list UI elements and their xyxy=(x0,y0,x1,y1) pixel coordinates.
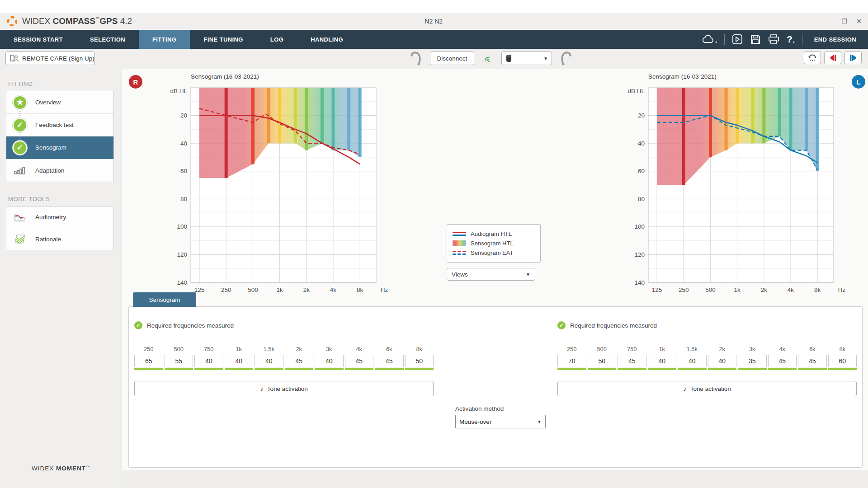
left-speaker-icon xyxy=(849,54,858,62)
step-connector xyxy=(19,111,20,116)
measured-underline xyxy=(828,368,857,370)
sensogram-chart-right[interactable]: 204060801001201401252505001k2k4k8kHzdB H… xyxy=(155,82,399,299)
svg-text:8k: 8k xyxy=(814,286,821,293)
freq-value-cell[interactable]: 45 xyxy=(345,355,374,367)
freq-header: 500 xyxy=(165,346,193,355)
print-icon[interactable] xyxy=(768,34,779,45)
main-content: R L Sensogram (16-03-2021) 2040608010012… xyxy=(122,69,868,470)
right-hearing-aid-icon xyxy=(409,51,422,66)
freq-value-cell[interactable]: 45 xyxy=(375,355,404,367)
sidebar-item-audiometry[interactable]: Audiometry xyxy=(6,206,113,228)
legend-column: Audiogram HTL Sensogram HTL Sensogram EA… xyxy=(447,224,541,281)
freq-value-cell[interactable]: 45 xyxy=(618,355,646,367)
tab-handling[interactable]: HANDLING xyxy=(297,30,357,49)
freq-header: 750 xyxy=(618,346,646,355)
activation-method-select[interactable]: Mouse-over ▼ xyxy=(455,415,546,428)
save-icon[interactable] xyxy=(750,34,761,45)
sidebar-item-feedback-test[interactable]: ✓ Feedback test xyxy=(6,114,113,136)
svg-text:80: 80 xyxy=(180,196,187,202)
freq-value-cell[interactable]: 40 xyxy=(678,355,707,367)
svg-text:250: 250 xyxy=(679,286,689,293)
measured-underline xyxy=(405,368,434,370)
freq-value-cell[interactable]: 40 xyxy=(315,355,344,367)
close-icon[interactable]: ✕ xyxy=(856,18,862,25)
required-frequencies-label: Required frequencies measured xyxy=(570,322,657,329)
freq-header: 8k xyxy=(828,346,857,355)
legend-item-audiogram-htl: Audiogram HTL xyxy=(453,229,535,239)
device-dropdown[interactable]: ▼ xyxy=(501,52,552,65)
sidebar-item-adaptation[interactable]: Adaptation xyxy=(6,159,113,182)
svg-text:20: 20 xyxy=(638,112,645,119)
sidebar-item-label: Feedback test xyxy=(35,122,74,128)
wireless-link-icon xyxy=(482,53,493,63)
required-frequencies-row: ✓ Required frequencies measured xyxy=(134,321,434,329)
restore-icon[interactable]: ❐ xyxy=(842,18,848,25)
legend-label: Audiogram HTL xyxy=(471,230,512,237)
freq-value-cell[interactable]: 35 xyxy=(738,355,767,367)
frequency-table-left: 2505007501k1.5k2k3k4k6k8k705045404040354… xyxy=(557,346,857,370)
svg-text:140: 140 xyxy=(177,279,187,286)
views-dropdown[interactable]: Views ▼ xyxy=(447,268,535,281)
undo-button[interactable] xyxy=(804,52,821,64)
dropdown-caret-icon: ▼ xyxy=(537,419,542,424)
measured-underline xyxy=(768,368,797,370)
freq-header: 6k xyxy=(375,346,404,355)
freq-value-cell[interactable]: 55 xyxy=(165,355,193,367)
sidebar: FITTING ★ Overview ✓ Feedback test ✓ Sen… xyxy=(0,69,122,488)
minimize-icon[interactable]: – xyxy=(829,18,833,25)
sidebar-item-rationale[interactable]: Rationale xyxy=(6,228,113,250)
freq-value-cell[interactable]: 70 xyxy=(557,355,586,367)
sensogram-chart-left[interactable]: 204060801001201401252505001k2k4k8kHzdB H… xyxy=(612,82,856,299)
brand-compass: COMPASS xyxy=(53,16,96,26)
help-caret-icon: ▾ xyxy=(793,40,795,44)
freq-value-cell[interactable]: 40 xyxy=(648,355,677,367)
svg-text:60: 60 xyxy=(638,168,645,174)
play-session-icon[interactable] xyxy=(732,34,743,45)
freq-header: 250 xyxy=(557,346,586,355)
help-icon[interactable]: ? ▾ xyxy=(787,34,795,44)
freq-header: 1.5k xyxy=(255,346,283,355)
freq-value-cell[interactable]: 50 xyxy=(588,355,617,367)
fitting-steps-box: ★ Overview ✓ Feedback test ✓ Sensogram xyxy=(6,91,114,182)
freq-value-cell[interactable]: 45 xyxy=(768,355,797,367)
tone-activation-button-right[interactable]: ♪ Tone activation xyxy=(134,381,434,396)
remote-care-button[interactable]: REMOTE CARE (Sign Up) xyxy=(5,52,95,65)
tab-log[interactable]: LOG xyxy=(257,30,297,49)
sidebar-item-sensogram[interactable]: ✓ Sensogram xyxy=(6,136,113,159)
freq-value-cell[interactable]: 40 xyxy=(255,355,283,367)
activation-method-value: Mouse-over xyxy=(459,418,491,425)
tone-activation-button-left[interactable]: ♪ Tone activation xyxy=(557,381,857,396)
svg-text:125: 125 xyxy=(652,286,662,293)
svg-text:120: 120 xyxy=(634,251,645,258)
freq-value-cell[interactable]: 40 xyxy=(708,355,737,367)
freq-value-cell[interactable]: 50 xyxy=(405,355,434,367)
mute-left-button[interactable] xyxy=(844,52,862,64)
freq-value-cell[interactable]: 65 xyxy=(134,355,163,367)
svg-text:2k: 2k xyxy=(303,286,310,293)
required-frequencies-label: Required frequencies measured xyxy=(147,322,234,329)
sidebar-item-overview[interactable]: ★ Overview xyxy=(6,91,113,114)
tab-fine-tuning[interactable]: FINE TUNING xyxy=(190,30,256,49)
freq-value-cell[interactable]: 60 xyxy=(828,355,857,367)
freq-value-cell[interactable]: 40 xyxy=(225,355,254,367)
nav-separator xyxy=(724,34,725,45)
freq-value-cell[interactable]: 45 xyxy=(285,355,314,367)
end-session-button[interactable]: END SESSION xyxy=(810,36,861,43)
footer-moment: MOMENT xyxy=(56,465,86,472)
brand-gps: GPS xyxy=(99,16,118,26)
freq-header: 3k xyxy=(315,346,344,355)
cloud-icon[interactable]: ▾ xyxy=(701,34,717,44)
sensogram-panel-tab[interactable]: Sensogram xyxy=(133,292,196,307)
disconnect-button[interactable]: Disconnect xyxy=(430,52,474,65)
tab-fitting[interactable]: FITTING xyxy=(139,30,190,49)
tab-session-start[interactable]: SESSION START xyxy=(0,30,76,49)
tab-selection[interactable]: SELECTION xyxy=(76,30,139,49)
freq-value-cell[interactable]: 45 xyxy=(798,355,827,367)
titlebar: WIDEX COMPASS™GPS 4.2 N2 N2 – ❐ ✕ xyxy=(0,13,868,30)
window-controls: – ❐ ✕ xyxy=(829,18,862,25)
footer-tm: ™ xyxy=(86,465,90,469)
freq-header: 4k xyxy=(345,346,374,355)
mute-right-button[interactable] xyxy=(824,52,841,64)
svg-text:2k: 2k xyxy=(761,286,768,293)
freq-value-cell[interactable]: 40 xyxy=(194,355,223,367)
